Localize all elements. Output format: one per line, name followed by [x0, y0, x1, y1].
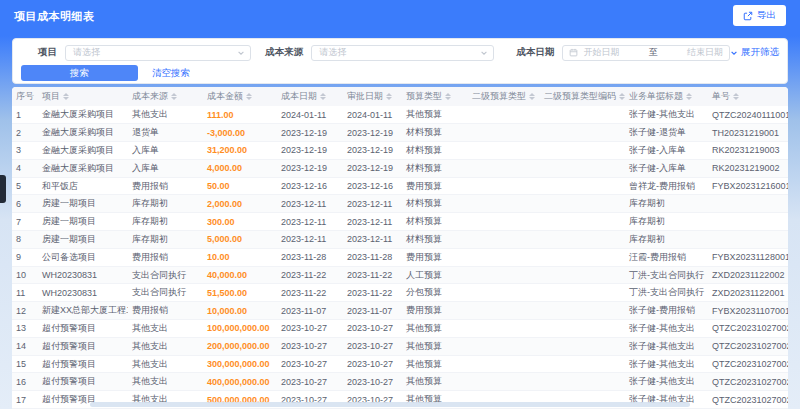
table-cell: 和平饭店 [38, 177, 128, 195]
cost-detail-table: 序号项目成本来源成本金额成本日期审批日期预算类型二级预算类型二级预算类型编码业务… [12, 87, 788, 409]
table-cell: 17 [12, 391, 38, 409]
table-row: 10WH20230831支出合同执行40,000.002023-11-22202… [12, 266, 788, 284]
table-cell: 其他预算 [402, 337, 468, 355]
cost-source-select[interactable]: 请选择 [311, 45, 494, 61]
table-cell: 2023-11-22 [343, 284, 402, 302]
table-cell: 6 [12, 195, 38, 213]
table-cell: 汪霞-费用报销 [625, 248, 708, 266]
expand-filters-link[interactable]: 展开筛选 [730, 46, 779, 59]
table-row: 16超付预警项目其他支出400,000,000.002023-10-272023… [12, 373, 788, 391]
table-cell: 其他预算 [402, 320, 468, 338]
table-cell: 退货单 [128, 124, 203, 142]
table-cell: 库存期初 [128, 213, 203, 231]
table-cell: 费用预算 [402, 302, 468, 320]
sort-icon[interactable] [63, 93, 69, 100]
table-cell: 费用预算 [402, 248, 468, 266]
table-cell: 2023-11-22 [277, 284, 343, 302]
sort-icon[interactable] [386, 93, 392, 100]
column-header[interactable]: 二级预算类型 [468, 87, 540, 106]
sort-icon[interactable] [619, 93, 625, 100]
table-cell: 2023-11-28 [277, 248, 343, 266]
cost-amount-cell: 100,000,000.00 [203, 320, 277, 338]
sort-icon[interactable] [171, 93, 177, 100]
sort-icon[interactable] [686, 93, 692, 100]
table-cell [540, 320, 625, 338]
table-cell: 超付预警项目 [38, 320, 128, 338]
table-cell [540, 213, 625, 231]
filter-row: 项目 请选择 成本来源 请选择 成本日期 开始日期 至 结束日期 [13, 44, 779, 61]
cost-amount-cell: 51,500.00 [203, 284, 277, 302]
sort-icon[interactable] [529, 93, 535, 100]
table-cell [468, 266, 540, 284]
column-header[interactable]: 成本日期 [277, 87, 343, 106]
cost-detail-table-card: 序号项目成本来源成本金额成本日期审批日期预算类型二级预算类型二级预算类型编码业务… [12, 87, 788, 409]
table-row: 6房建一期项目库存期初2,000.002023-12-112023-12-11材… [12, 195, 788, 213]
cost-date-range-picker[interactable]: 开始日期 至 结束日期 [562, 45, 730, 61]
table-cell: 2023-11-22 [277, 266, 343, 284]
column-header[interactable]: 项目 [38, 87, 128, 106]
export-icon [743, 11, 753, 21]
table-cell: 张子健-其他支出 [625, 320, 708, 338]
table-cell: 2023-12-16 [343, 177, 402, 195]
table-cell [468, 124, 540, 142]
table-cell: 公司备选项目 [38, 248, 128, 266]
start-date-input[interactable]: 开始日期 [583, 46, 643, 59]
table-cell: 金融大厦采购项目 [38, 159, 128, 177]
table-cell: 2023-12-19 [343, 124, 402, 142]
horizontal-scrollbar[interactable] [90, 402, 690, 407]
table-cell: 金融大厦采购项目 [38, 142, 128, 160]
export-label: 导出 [757, 9, 776, 22]
column-header[interactable]: 预算类型 [402, 87, 468, 106]
column-header[interactable]: 业务单据标题 [625, 87, 708, 106]
column-header[interactable]: 单号 [708, 87, 788, 106]
sort-icon[interactable] [733, 93, 739, 100]
table-cell [468, 355, 540, 373]
filter-panel: 项目 请选择 成本来源 请选择 成本日期 开始日期 至 结束日期 [12, 38, 788, 84]
table-cell: QTZC20231027002 [708, 320, 788, 338]
end-date-input[interactable]: 结束日期 [663, 46, 723, 59]
table-cell: 2023-10-27 [343, 337, 402, 355]
table-cell: 2023-11-22 [343, 266, 402, 284]
table-cell: 2023-12-16 [277, 177, 343, 195]
table-cell: 支出合同执行 [128, 284, 203, 302]
table-row: 13超付预警项目其他支出100,000,000.002023-10-272023… [12, 320, 788, 338]
sort-icon[interactable] [246, 93, 252, 100]
column-header[interactable]: 审批日期 [343, 87, 402, 106]
cost-amount-cell: 10,000.00 [203, 302, 277, 320]
cost-date-filter-label: 成本日期 [516, 46, 554, 59]
column-header[interactable]: 成本金额 [203, 87, 277, 106]
table-cell: ZXD20231122002 [708, 266, 788, 284]
table-cell: 13 [12, 320, 38, 338]
drawer-handle[interactable] [0, 175, 6, 203]
table-cell [540, 337, 625, 355]
column-header-label: 二级预算类型 [472, 90, 526, 103]
table-cell: 材料预算 [402, 213, 468, 231]
table-cell: 2023-11-07 [343, 302, 402, 320]
clear-search-link[interactable]: 清空搜索 [152, 67, 190, 80]
table-cell: 张子健-入库单 [625, 142, 708, 160]
sort-icon[interactable] [320, 93, 326, 100]
table-cell: 材料预算 [402, 231, 468, 249]
table-cell: 支出合同执行 [128, 266, 203, 284]
table-cell: 2023-12-11 [343, 231, 402, 249]
table-cell: 其他支出 [128, 355, 203, 373]
cost-amount-cell: 111.00 [203, 106, 277, 124]
table-cell: 材料预算 [402, 142, 468, 160]
table-cell: WH20230831 [38, 266, 128, 284]
column-header[interactable]: 二级预算类型编码 [540, 87, 625, 106]
table-cell: FYBX20231128001 [708, 248, 788, 266]
table-cell: 库存期初 [128, 195, 203, 213]
sort-icon[interactable] [445, 93, 451, 100]
table-row: 7房建一期项目库存期初300.002023-12-112023-12-11材料预… [12, 213, 788, 231]
table-row: 14超付预警项目其他支出200,000,000.002023-10-272023… [12, 337, 788, 355]
table-cell: QTZC20231027002 [708, 391, 788, 409]
project-select[interactable]: 请选择 [65, 45, 251, 61]
export-button[interactable]: 导出 [733, 5, 786, 26]
table-cell: 4 [12, 159, 38, 177]
table-cell [540, 106, 625, 124]
table-header-row: 序号项目成本来源成本金额成本日期审批日期预算类型二级预算类型二级预算类型编码业务… [12, 87, 788, 106]
table-cell: 5 [12, 177, 38, 195]
table-cell: 材料预算 [402, 195, 468, 213]
column-header[interactable]: 成本来源 [128, 87, 203, 106]
search-button[interactable]: 搜索 [21, 65, 138, 81]
